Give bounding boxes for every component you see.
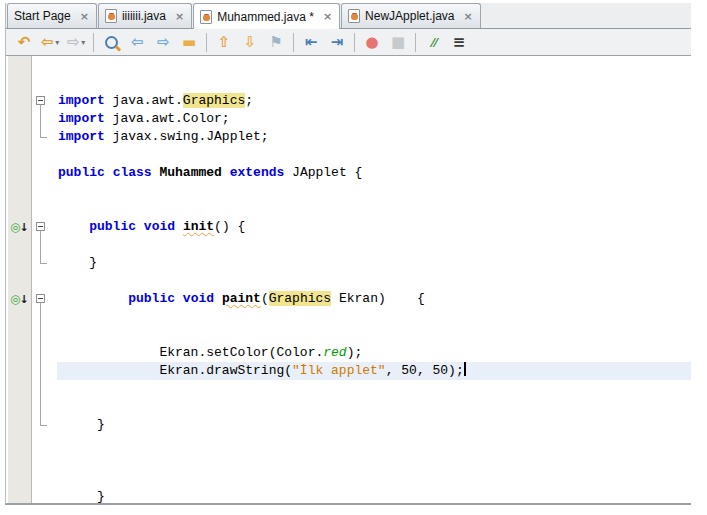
code-segment: import [58, 129, 105, 144]
tab-close-icon[interactable]: × [175, 10, 184, 23]
code-segment: public [58, 165, 105, 180]
tab-label: iiiiiii.java [122, 9, 166, 23]
tab-close-icon[interactable]: × [323, 10, 332, 23]
code-segment [222, 165, 230, 180]
tab-label: Muhammed.java * [217, 10, 314, 24]
editor-toolbar: ↶⇦▾⇨▾⇦⇨▬⇧⇩⚑⇤⇥●■//≡ [6, 29, 691, 56]
code-segment: , 50, 50); [386, 363, 464, 378]
fold-collapse-box[interactable] [36, 96, 45, 105]
code-text-area[interactable]: import java.awt.Graphics;import java.awt… [58, 56, 691, 503]
dropdown-arrow-icon: ▾ [55, 38, 59, 47]
tab-start-page[interactable]: Start Page× [7, 3, 97, 28]
forward-arrow-icon: ⇨ [67, 35, 80, 50]
code-segment: ( [261, 291, 269, 306]
tab-close-icon[interactable]: × [463, 10, 472, 23]
arrow-up-icon: ⇧ [218, 35, 231, 50]
arrow-right-icon: ⇨ [157, 35, 170, 50]
override-arrow-icon: ↓ [19, 294, 28, 305]
tab-newjapplet-java[interactable]: NewJApplet.java× [341, 3, 481, 28]
code-line: import javax.swing.JApplet; [58, 128, 691, 146]
code-segment [136, 219, 144, 234]
code-line [58, 470, 691, 488]
code-line: } [58, 488, 691, 503]
code-segment [175, 291, 183, 306]
toolbar-separator [206, 33, 207, 52]
next-bookmark-button[interactable]: ⇩ [238, 31, 262, 53]
code-line [58, 326, 691, 344]
code-segment: } [58, 417, 105, 432]
code-segment: ; [245, 93, 253, 108]
code-line [58, 236, 691, 254]
code-segment: "İlk applet" [292, 363, 386, 378]
code-segment: Ekran.setColor(Color. [58, 345, 323, 360]
tab-iiiiiii-java[interactable]: iiiiiii.java× [98, 3, 192, 28]
highlighter-icon: ▬ [182, 35, 196, 50]
fold-extent-line [40, 303, 47, 426]
fold-extent-line [40, 105, 47, 138]
tab-muhammed-java[interactable]: Muhammed.java *× [193, 3, 340, 29]
code-line [58, 56, 691, 74]
code-segment: javax.swing.JApplet; [105, 129, 269, 144]
previous-bookmark-button[interactable]: ⇧ [212, 31, 236, 53]
fold-collapse-box[interactable] [36, 222, 45, 231]
code-line [58, 74, 691, 92]
toggle-highlight-search-button[interactable]: ▬ [177, 31, 201, 53]
shift-line-right-button[interactable]: ⇥ [325, 31, 349, 53]
code-segment: java.awt. [105, 93, 183, 108]
tab-label: NewJApplet.java [365, 9, 454, 23]
code-line [58, 182, 691, 200]
code-line: public void paint(Graphics Ekran) { [58, 290, 691, 308]
code-line [58, 308, 691, 326]
jump-back-button[interactable]: ⇦▾ [38, 31, 62, 53]
find-next-occurrence-button[interactable]: ⇨ [151, 31, 175, 53]
find-previous-occurrence-button[interactable]: ⇦ [125, 31, 149, 53]
dropdown-arrow-icon: ▾ [81, 38, 85, 47]
code-segment: void [144, 219, 175, 234]
code-line [58, 452, 691, 470]
find-selection-button[interactable] [99, 31, 123, 53]
override-marker-icon[interactable]: ◎↓ [10, 291, 32, 307]
code-segment: class [113, 165, 152, 180]
code-line: import java.awt.Color; [58, 110, 691, 128]
back-arrow-icon: ⇦ [41, 35, 54, 50]
comment-button[interactable]: // [421, 31, 445, 53]
uncomment-button[interactable]: ≡ [447, 31, 471, 53]
code-segment: Muhammed [159, 165, 221, 180]
code-segment: void [183, 291, 214, 306]
jump-forward-button[interactable]: ⇨▾ [64, 31, 88, 53]
java-file-icon [200, 10, 212, 24]
code-segment: extends [230, 165, 285, 180]
code-segment: () { [214, 219, 245, 234]
tab-close-icon[interactable]: × [80, 10, 89, 23]
code-line: } [58, 416, 691, 434]
code-line [58, 434, 691, 452]
fold-extent-line [40, 231, 47, 264]
code-segment: Graphics [269, 291, 331, 306]
code-segment: } [58, 489, 105, 503]
shift-line-left-button[interactable]: ⇤ [299, 31, 323, 53]
code-segment: import [58, 93, 105, 108]
code-segment: Ekran.drawString( [58, 363, 292, 378]
ide-editor-window: Start Page×iiiiiii.java×Muhammed.java *×… [5, 3, 691, 505]
last-edit-location-button[interactable]: ↶ [12, 31, 36, 53]
fold-collapse-box[interactable] [36, 294, 45, 303]
code-segment: paint [222, 291, 261, 306]
toggle-bookmark-button[interactable]: ⚑ [264, 31, 288, 53]
code-line: Ekran.drawString("İlk applet", 50, 50); [58, 362, 691, 380]
toolbar-separator [93, 33, 94, 52]
start-macro-recording-button[interactable]: ● [360, 31, 384, 53]
stop-macro-recording-button[interactable]: ■ [386, 31, 410, 53]
toolbar-separator [293, 33, 294, 52]
code-segment: Ekran) { [331, 291, 425, 306]
code-line: import java.awt.Graphics; [58, 92, 691, 110]
code-line [58, 380, 691, 398]
code-line: public class Muhammed extends JApplet { [58, 164, 691, 182]
code-line [58, 398, 691, 416]
code-editor: import java.awt.Graphics;import java.awt… [6, 56, 691, 503]
override-marker-icon[interactable]: ◎↓ [10, 219, 32, 235]
code-segment [105, 165, 113, 180]
document-tab-bar: Start Page×iiiiiii.java×Muhammed.java *×… [6, 3, 691, 29]
code-segment: public [128, 291, 175, 306]
code-line [58, 200, 691, 218]
code-line [58, 272, 691, 290]
